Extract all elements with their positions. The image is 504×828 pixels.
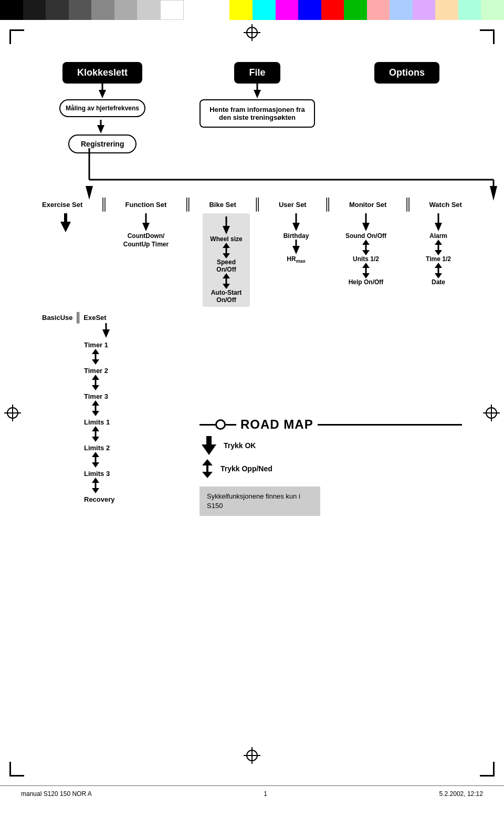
- swatch-lightgray1: [114, 0, 138, 20]
- svg-marker-6: [254, 90, 261, 98]
- svg-marker-62: [92, 462, 99, 468]
- swatch-magenta: [276, 0, 299, 20]
- arrow-monitor: [360, 213, 372, 232]
- line-before-roadmap: [200, 424, 215, 426]
- user-set-sub-col: Birthday HRmax: [275, 213, 317, 264]
- bike-speed: Speed On/Off: [208, 258, 245, 273]
- timer2-node: Timer 2: [84, 367, 147, 375]
- road-map-title: ROAD MAP: [240, 417, 313, 432]
- basicuse-label: BasicUse: [42, 314, 73, 322]
- file-box: File: [234, 62, 280, 84]
- bike-wheel-size: Wheel size: [210, 235, 242, 243]
- timer1-node: Timer 1: [84, 341, 147, 349]
- swatch-lightblue: [390, 0, 413, 20]
- svg-marker-39: [435, 223, 442, 231]
- dbl-arrow-alarm: [432, 240, 445, 255]
- footer-left: manual S120 150 NOR A: [21, 790, 92, 798]
- swatch-darkgray2: [46, 0, 69, 20]
- main-flow-connector: [42, 148, 504, 201]
- basicuse-exeset-row: BasicUse ║ ExeSet: [42, 312, 147, 323]
- dbl-arrow-units: [360, 263, 372, 278]
- recovery-node: Recovery: [84, 495, 147, 503]
- limits2-label: Limits 2: [84, 444, 147, 452]
- svg-marker-47: [102, 329, 110, 338]
- flow-row: Exercise Set ║ Function Set ║ Bike Set ║…: [21, 198, 483, 307]
- corner-mark-bl: [9, 762, 24, 777]
- arrow-birthday: [290, 240, 302, 255]
- road-map-item2: Trykk Opp/Ned: [200, 459, 462, 478]
- arrow-limits2-down: [89, 452, 147, 470]
- svg-marker-53: [92, 385, 99, 390]
- swatch-white: [160, 0, 184, 20]
- footer-center: 1: [264, 790, 267, 798]
- svg-marker-56: [92, 411, 99, 416]
- function-set-sub-col: CountDown/ CountUp Timer: [114, 213, 177, 249]
- color-bar: [0, 0, 504, 20]
- limits1-label: Limits 1: [84, 418, 147, 426]
- swatch-cyan: [253, 0, 276, 20]
- file-col: File Hente fram informasjonen fra den si…: [200, 62, 315, 128]
- sep3: ║: [254, 198, 262, 211]
- timer1-label: Timer 1: [84, 341, 147, 349]
- arrow-timer3-down: [89, 400, 147, 418]
- watch-set-label: Watch Set: [429, 201, 462, 209]
- swatch-gap2: [207, 0, 230, 20]
- exercise-set-label: Exercise Set: [42, 201, 82, 209]
- svg-marker-45: [435, 273, 442, 278]
- arrow-watch: [432, 213, 445, 232]
- arrow-file: [251, 84, 264, 99]
- sep4: ║: [323, 198, 332, 211]
- swatch-gray2: [91, 0, 114, 20]
- svg-marker-17: [142, 223, 150, 231]
- corner-mark-tr: [480, 29, 495, 44]
- options-box: Options: [374, 62, 439, 84]
- svg-marker-31: [362, 223, 370, 231]
- limits3-node: Limits 3: [84, 470, 147, 478]
- dbl-arrow-sound: [360, 240, 372, 255]
- dbl-arrow-wheel: [220, 243, 233, 258]
- arrow-timer2-down: [89, 375, 147, 392]
- function-set-sub: CountDown/ CountUp Timer: [114, 232, 177, 249]
- monitor-set-sub-col: Sound On/Off Units 1/2 Help On/Off: [342, 213, 390, 286]
- klokkeslett-box: Klokkeslett: [62, 62, 142, 84]
- timer3-node: Timer 3: [84, 392, 147, 400]
- road-map-arrow2: [200, 459, 215, 478]
- svg-marker-67: [202, 444, 216, 455]
- user-set-label: User Set: [279, 201, 307, 209]
- bike-set-sub-col: Wheel size Speed On/Off Auto-Start On/Of…: [203, 213, 250, 307]
- exeset-label: ExeSet: [83, 314, 106, 322]
- exercise-set-sub-col: [42, 213, 89, 232]
- road-map-arrow1: [200, 436, 218, 455]
- svg-marker-27: [292, 223, 300, 231]
- road-map-note: Sykkelfunksjonene finnes kun i S150: [200, 487, 320, 516]
- options-col: Options: [368, 62, 446, 84]
- svg-marker-42: [435, 250, 442, 255]
- sep5: ║: [404, 198, 412, 211]
- exercise-subtree: BasicUse ║ ExeSet Timer 1: [21, 312, 483, 516]
- file-sub: Hente fram informasjonen fra den siste t…: [200, 99, 315, 128]
- svg-marker-25: [223, 284, 230, 289]
- swatch-lightpurple: [413, 0, 436, 20]
- svg-marker-37: [362, 273, 370, 278]
- road-map-line-right: [318, 424, 462, 426]
- swatch-red: [321, 0, 344, 20]
- arrow-user: [290, 213, 302, 232]
- arrow-exeset-down: [100, 323, 147, 341]
- user-hrmax: HRmax: [287, 255, 305, 264]
- swatch-green: [344, 0, 367, 20]
- crosshair-left: [4, 405, 21, 423]
- limits3-label: Limits 3: [84, 470, 147, 478]
- dbl-arrow-speed: [220, 273, 233, 289]
- crosshair-top: [244, 24, 260, 43]
- arrow-bike: [220, 216, 233, 235]
- svg-marker-65: [92, 488, 99, 493]
- watch-alarm: Alarm: [429, 232, 447, 240]
- monitor-set-label: Monitor Set: [349, 201, 387, 209]
- dbl-arrow-time: [432, 263, 445, 278]
- road-map-section: ROAD MAP Trykk OK Trykk Opp/Ned: [200, 417, 462, 516]
- crosshair-bottom: [244, 747, 260, 766]
- klokkeslett-col: Klokkeslett Måling av hjertefrekvens: [58, 62, 147, 117]
- monitor-help: Help On/Off: [349, 278, 384, 286]
- function-set-label: Function Set: [125, 201, 167, 209]
- arrow-function: [140, 213, 152, 232]
